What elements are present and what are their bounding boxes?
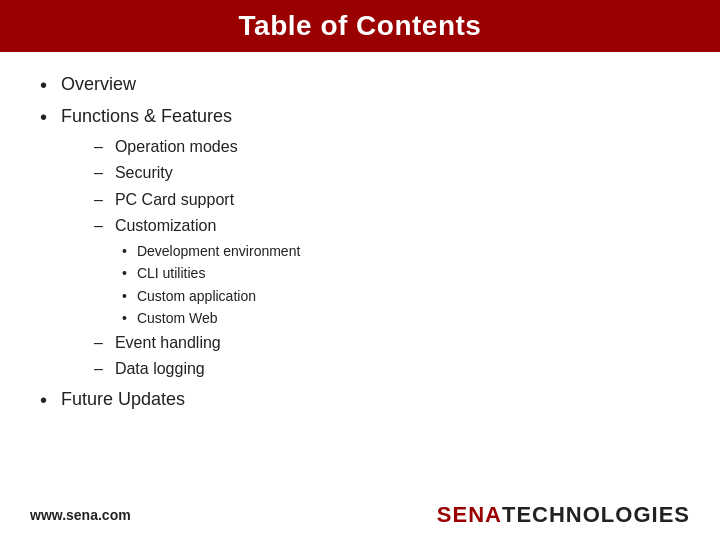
- sub-bullet-dot: •: [122, 309, 127, 329]
- sub-bullet-dot: •: [122, 287, 127, 307]
- dash-icon: –: [94, 189, 103, 211]
- list-item-future: • Future Updates: [40, 387, 680, 413]
- event-handling-label: Event handling: [115, 332, 221, 354]
- overview-label: Overview: [61, 72, 136, 97]
- dash-icon: –: [94, 215, 103, 237]
- operation-modes-label: Operation modes: [115, 136, 238, 158]
- data-logging-label: Data logging: [115, 358, 205, 380]
- bullet-dot: •: [40, 104, 47, 130]
- list-item-custom-web: • Custom Web: [122, 309, 680, 329]
- customization-sublist: • Development environment • CLI utilitie…: [122, 242, 680, 329]
- list-item-data-logging: – Data logging: [94, 358, 680, 380]
- dev-env-label: Development environment: [137, 242, 300, 262]
- dash-icon: –: [94, 162, 103, 184]
- logo-sena-text: SENA: [437, 502, 502, 528]
- sub-bullet-dot: •: [122, 242, 127, 262]
- list-item-operation-modes: – Operation modes: [94, 136, 680, 158]
- list-item-customization: – Customization: [94, 215, 680, 237]
- list-item-overview: • Overview: [40, 72, 680, 98]
- list-item-functions: • Functions & Features: [40, 104, 680, 130]
- functions-sublist: – Operation modes – Security – PC Card s…: [94, 136, 680, 381]
- page-title: Table of Contents: [0, 0, 720, 52]
- website-url: www.sena.com: [30, 507, 131, 523]
- list-item-cli: • CLI utilities: [122, 264, 680, 284]
- footer: www.sena.com SENA TECHNOLOGIES: [0, 502, 720, 528]
- pc-card-label: PC Card support: [115, 189, 234, 211]
- list-item-event-handling: – Event handling: [94, 332, 680, 354]
- list-item-custom-app: • Custom application: [122, 287, 680, 307]
- future-label: Future Updates: [61, 387, 185, 412]
- company-logo: SENA TECHNOLOGIES: [437, 502, 690, 528]
- list-item-dev-env: • Development environment: [122, 242, 680, 262]
- list-item-pc-card: – PC Card support: [94, 189, 680, 211]
- content-area: • Overview • Functions & Features – Oper…: [0, 52, 720, 429]
- dash-icon: –: [94, 332, 103, 354]
- security-label: Security: [115, 162, 173, 184]
- cli-label: CLI utilities: [137, 264, 205, 284]
- dash-icon: –: [94, 358, 103, 380]
- logo-tech-text: TECHNOLOGIES: [502, 502, 690, 528]
- customization-label: Customization: [115, 215, 216, 237]
- list-item-security: – Security: [94, 162, 680, 184]
- dash-icon: –: [94, 136, 103, 158]
- bullet-dot: •: [40, 387, 47, 413]
- custom-web-label: Custom Web: [137, 309, 218, 329]
- bullet-dot: •: [40, 72, 47, 98]
- sub-bullet-dot: •: [122, 264, 127, 284]
- functions-label: Functions & Features: [61, 104, 232, 129]
- custom-app-label: Custom application: [137, 287, 256, 307]
